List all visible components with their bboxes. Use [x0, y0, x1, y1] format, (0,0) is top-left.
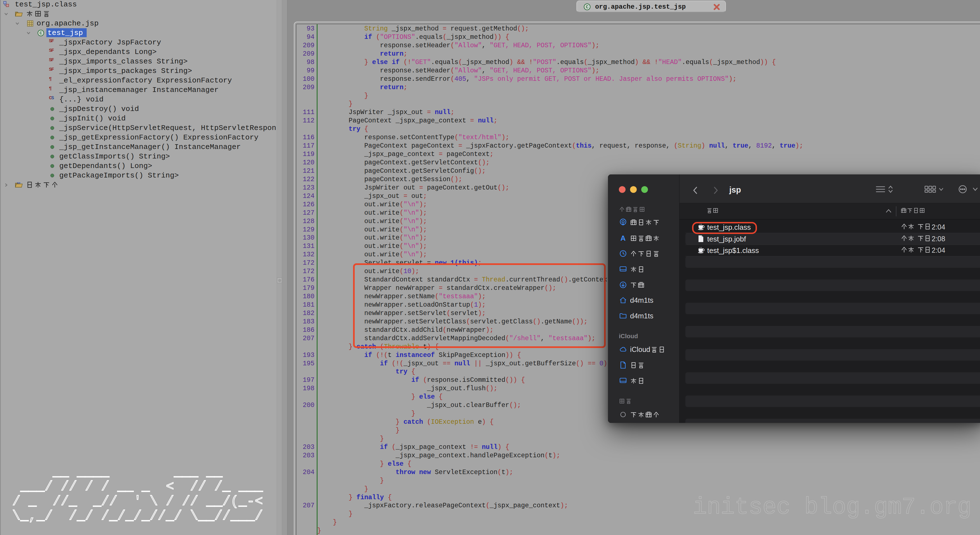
svg-text:C: C: [40, 31, 42, 36]
svg-text:010: 010: [17, 182, 21, 184]
svg-text:A: A: [620, 234, 626, 242]
svg-text:C: C: [586, 5, 589, 10]
